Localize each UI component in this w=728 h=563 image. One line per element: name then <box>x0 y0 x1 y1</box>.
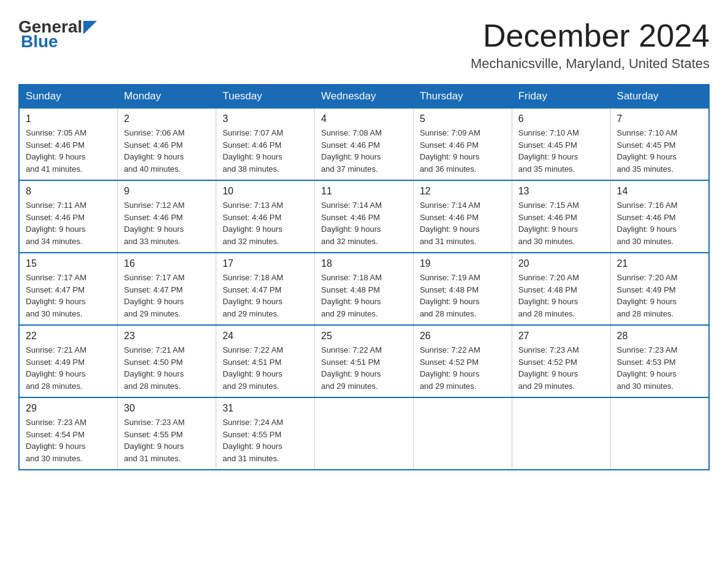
svg-marker-0 <box>83 21 97 34</box>
day-number: 16 <box>124 258 210 269</box>
day-info: Sunrise: 7:14 AM Sunset: 4:46 PM Dayligh… <box>321 199 407 247</box>
calendar-cell: 2 Sunrise: 7:06 AM Sunset: 4:46 PM Dayli… <box>118 108 216 180</box>
calendar-cell: 22 Sunrise: 7:21 AM Sunset: 4:49 PM Dayl… <box>19 325 118 397</box>
calendar-cell: 10 Sunrise: 7:13 AM Sunset: 4:46 PM Dayl… <box>216 180 315 253</box>
calendar-cell: 12 Sunrise: 7:14 AM Sunset: 4:46 PM Dayl… <box>413 180 512 253</box>
day-info: Sunrise: 7:17 AM Sunset: 4:47 PM Dayligh… <box>124 272 210 320</box>
calendar-cell <box>512 397 610 470</box>
day-info: Sunrise: 7:14 AM Sunset: 4:46 PM Dayligh… <box>420 199 506 247</box>
day-info: Sunrise: 7:13 AM Sunset: 4:46 PM Dayligh… <box>222 199 308 247</box>
day-info: Sunrise: 7:08 AM Sunset: 4:46 PM Dayligh… <box>321 127 407 175</box>
day-info: Sunrise: 7:21 AM Sunset: 4:50 PM Dayligh… <box>124 344 210 392</box>
logo: General Blue <box>18 18 97 50</box>
logo-triangle-icon <box>83 21 97 34</box>
location-subtitle: Mechanicsville, Maryland, United States <box>471 56 710 72</box>
day-number: 8 <box>26 186 111 197</box>
day-info: Sunrise: 7:22 AM Sunset: 4:51 PM Dayligh… <box>222 344 308 392</box>
calendar-cell: 25 Sunrise: 7:22 AM Sunset: 4:51 PM Dayl… <box>315 325 414 397</box>
day-number: 11 <box>321 186 407 197</box>
day-info: Sunrise: 7:20 AM Sunset: 4:48 PM Dayligh… <box>518 272 604 320</box>
day-number: 14 <box>617 186 702 197</box>
calendar-cell: 30 Sunrise: 7:23 AM Sunset: 4:55 PM Dayl… <box>118 397 216 470</box>
calendar-cell: 27 Sunrise: 7:23 AM Sunset: 4:52 PM Dayl… <box>512 325 610 397</box>
day-number: 22 <box>26 331 111 342</box>
weekday-header-wednesday: Wednesday <box>315 85 414 108</box>
day-number: 17 <box>222 258 308 269</box>
day-number: 7 <box>617 113 702 124</box>
calendar-cell: 31 Sunrise: 7:24 AM Sunset: 4:55 PM Dayl… <box>216 397 315 470</box>
day-number: 27 <box>518 331 604 342</box>
calendar-cell: 20 Sunrise: 7:20 AM Sunset: 4:48 PM Dayl… <box>512 253 610 325</box>
day-number: 18 <box>321 258 407 269</box>
day-info: Sunrise: 7:20 AM Sunset: 4:49 PM Dayligh… <box>617 272 702 320</box>
weekday-header-saturday: Saturday <box>610 85 709 108</box>
day-info: Sunrise: 7:21 AM Sunset: 4:49 PM Dayligh… <box>26 344 111 392</box>
day-number: 26 <box>420 331 506 342</box>
day-info: Sunrise: 7:18 AM Sunset: 4:47 PM Dayligh… <box>222 272 308 320</box>
weekday-header-sunday: Sunday <box>19 85 118 108</box>
weekday-header-thursday: Thursday <box>413 85 512 108</box>
day-number: 9 <box>124 186 210 197</box>
calendar-cell: 13 Sunrise: 7:15 AM Sunset: 4:46 PM Dayl… <box>512 180 610 253</box>
weekday-header-monday: Monday <box>118 85 216 108</box>
calendar-cell: 29 Sunrise: 7:23 AM Sunset: 4:54 PM Dayl… <box>19 397 118 470</box>
day-info: Sunrise: 7:23 AM Sunset: 4:55 PM Dayligh… <box>124 416 210 464</box>
logo-blue-text: Blue <box>21 33 58 50</box>
day-number: 10 <box>222 186 308 197</box>
month-title: December 2024 <box>471 18 710 53</box>
day-info: Sunrise: 7:18 AM Sunset: 4:48 PM Dayligh… <box>321 272 407 320</box>
day-info: Sunrise: 7:23 AM Sunset: 4:52 PM Dayligh… <box>518 344 604 392</box>
day-number: 20 <box>518 258 604 269</box>
title-section: December 2024 Mechanicsville, Maryland, … <box>471 18 710 72</box>
calendar-cell: 24 Sunrise: 7:22 AM Sunset: 4:51 PM Dayl… <box>216 325 315 397</box>
calendar-cell: 11 Sunrise: 7:14 AM Sunset: 4:46 PM Dayl… <box>315 180 414 253</box>
calendar-cell: 26 Sunrise: 7:22 AM Sunset: 4:52 PM Dayl… <box>413 325 512 397</box>
day-info: Sunrise: 7:16 AM Sunset: 4:46 PM Dayligh… <box>617 199 702 247</box>
day-number: 2 <box>124 113 210 124</box>
day-info: Sunrise: 7:22 AM Sunset: 4:51 PM Dayligh… <box>321 344 407 392</box>
day-info: Sunrise: 7:11 AM Sunset: 4:46 PM Dayligh… <box>26 199 111 247</box>
day-info: Sunrise: 7:24 AM Sunset: 4:55 PM Dayligh… <box>222 416 308 464</box>
day-number: 31 <box>222 403 308 414</box>
calendar-cell: 4 Sunrise: 7:08 AM Sunset: 4:46 PM Dayli… <box>315 108 414 180</box>
calendar-cell: 17 Sunrise: 7:18 AM Sunset: 4:47 PM Dayl… <box>216 253 315 325</box>
calendar-cell: 3 Sunrise: 7:07 AM Sunset: 4:46 PM Dayli… <box>216 108 315 180</box>
day-info: Sunrise: 7:19 AM Sunset: 4:48 PM Dayligh… <box>420 272 506 320</box>
calendar-cell: 21 Sunrise: 7:20 AM Sunset: 4:49 PM Dayl… <box>610 253 709 325</box>
day-number: 6 <box>518 113 604 124</box>
day-info: Sunrise: 7:05 AM Sunset: 4:46 PM Dayligh… <box>26 127 111 175</box>
page-header: General Blue December 2024 Mechanicsvill… <box>18 18 710 72</box>
calendar-cell: 6 Sunrise: 7:10 AM Sunset: 4:45 PM Dayli… <box>512 108 610 180</box>
day-number: 29 <box>26 403 111 414</box>
day-info: Sunrise: 7:12 AM Sunset: 4:46 PM Dayligh… <box>124 199 210 247</box>
calendar-cell: 8 Sunrise: 7:11 AM Sunset: 4:46 PM Dayli… <box>19 180 118 253</box>
calendar-cell: 5 Sunrise: 7:09 AM Sunset: 4:46 PM Dayli… <box>413 108 512 180</box>
calendar-table: SundayMondayTuesdayWednesdayThursdayFrid… <box>18 84 710 470</box>
day-info: Sunrise: 7:15 AM Sunset: 4:46 PM Dayligh… <box>518 199 604 247</box>
day-number: 25 <box>321 331 407 342</box>
calendar-cell <box>610 397 709 470</box>
day-number: 3 <box>222 113 308 124</box>
calendar-cell <box>413 397 512 470</box>
calendar-cell: 23 Sunrise: 7:21 AM Sunset: 4:50 PM Dayl… <box>118 325 216 397</box>
day-number: 5 <box>420 113 506 124</box>
calendar-cell: 1 Sunrise: 7:05 AM Sunset: 4:46 PM Dayli… <box>19 108 118 180</box>
calendar-cell: 7 Sunrise: 7:10 AM Sunset: 4:45 PM Dayli… <box>610 108 709 180</box>
calendar-cell: 14 Sunrise: 7:16 AM Sunset: 4:46 PM Dayl… <box>610 180 709 253</box>
day-number: 12 <box>420 186 506 197</box>
day-number: 21 <box>617 258 702 269</box>
day-info: Sunrise: 7:22 AM Sunset: 4:52 PM Dayligh… <box>420 344 506 392</box>
day-number: 15 <box>26 258 111 269</box>
calendar-cell: 19 Sunrise: 7:19 AM Sunset: 4:48 PM Dayl… <box>413 253 512 325</box>
day-info: Sunrise: 7:23 AM Sunset: 4:53 PM Dayligh… <box>617 344 702 392</box>
calendar-cell <box>315 397 414 470</box>
calendar-cell: 18 Sunrise: 7:18 AM Sunset: 4:48 PM Dayl… <box>315 253 414 325</box>
weekday-header-friday: Friday <box>512 85 610 108</box>
day-info: Sunrise: 7:06 AM Sunset: 4:46 PM Dayligh… <box>124 127 210 175</box>
day-info: Sunrise: 7:10 AM Sunset: 4:45 PM Dayligh… <box>617 127 702 175</box>
day-number: 19 <box>420 258 506 269</box>
day-info: Sunrise: 7:09 AM Sunset: 4:46 PM Dayligh… <box>420 127 506 175</box>
day-info: Sunrise: 7:17 AM Sunset: 4:47 PM Dayligh… <box>26 272 111 320</box>
day-number: 23 <box>124 331 210 342</box>
day-number: 13 <box>518 186 604 197</box>
